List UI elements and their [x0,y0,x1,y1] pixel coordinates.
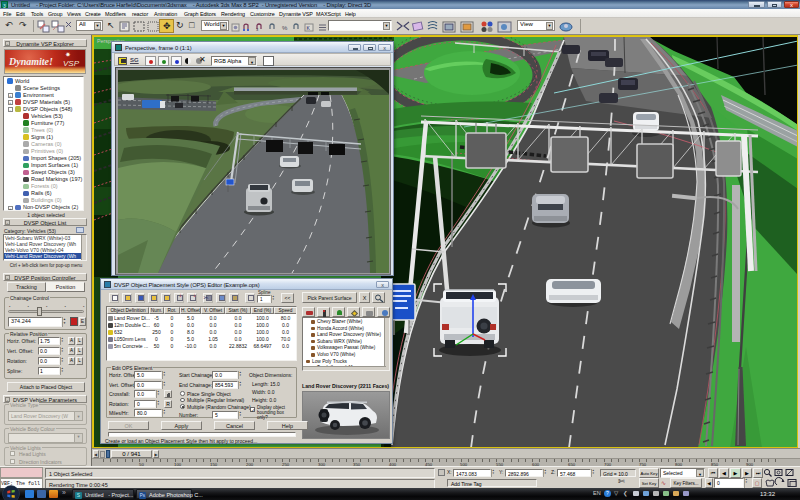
svg-text:3: 3 [256,27,259,32]
svg-text:%: % [282,25,288,31]
